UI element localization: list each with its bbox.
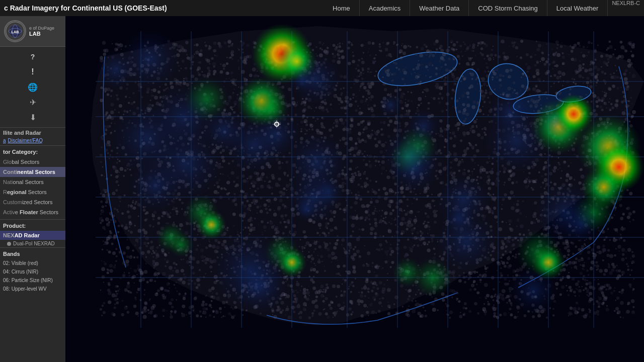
radar-map-canvas[interactable]: [65, 16, 644, 362]
page-title: c Radar Imagery for Continental US (GOES…: [0, 4, 302, 12]
globe-icon-btn[interactable]: 🌐: [26, 80, 40, 94]
nav-academics[interactable]: Academics: [360, 0, 411, 16]
satellite-icon-btn[interactable]: ✈: [26, 95, 40, 109]
band-08[interactable]: 08: Upper-level WV: [0, 285, 65, 293]
lab-label: LAB: [29, 31, 54, 37]
sector-customized[interactable]: Customized Sectors: [0, 197, 65, 207]
sidebar-subtitle: llite and Radar: [0, 128, 65, 137]
page-title-text: c Radar Imagery for Continental US (GOES…: [4, 4, 167, 12]
sector-continental[interactable]: Continental Sectors: [0, 167, 65, 177]
nav-weather-data[interactable]: Weather Data: [410, 0, 469, 16]
band-06[interactable]: 06: Particle Size (NIR): [0, 276, 65, 285]
nexlrb-badge: NEXLRB-C: [608, 0, 644, 16]
dual-pol-label[interactable]: Dual-Pol NEXRAD: [13, 241, 55, 246]
data-link[interactable]: a: [3, 138, 6, 143]
sector-category-header: tor Category:: [0, 146, 65, 157]
sector-national[interactable]: National Sectors: [0, 177, 65, 187]
bands-header: Bands: [0, 247, 65, 259]
band-02[interactable]: 02: Visible (red): [0, 259, 65, 267]
nav-storm-chasing[interactable]: COD Storm Chasing: [469, 0, 547, 16]
sidebar: LAB e of DuPage LAB ? ! 🌐 ✈ ⬇ llite and …: [0, 16, 65, 362]
sector-floater[interactable]: Active Floater Sectors: [0, 207, 65, 217]
band-04[interactable]: 04: Cirrus (NIR): [0, 267, 65, 276]
sector-regional[interactable]: Regional Sectors: [0, 187, 65, 197]
sidebar-icon-toolbar: ? ! 🌐 ✈ ⬇: [0, 47, 65, 128]
alert-icon-btn[interactable]: !: [26, 65, 40, 79]
download-icon-btn[interactable]: ⬇: [26, 110, 40, 124]
college-name-text: e of DuPage: [29, 26, 54, 31]
cod-logo-area: LAB e of DuPage LAB: [0, 16, 65, 47]
nav-local-weather[interactable]: Local Weather: [547, 0, 608, 16]
product-header: Product:: [0, 219, 65, 231]
product-dual-pol[interactable]: Dual-Pol NEXRAD: [0, 240, 65, 247]
sector-global[interactable]: Global Sectors: [0, 157, 65, 167]
disclaimer-link[interactable]: Disclaimer/FAQ: [8, 138, 43, 143]
nav-links: Home Academics Weather Data COD Storm Ch…: [324, 0, 644, 16]
sidebar-links: a Disclaimer/FAQ: [0, 137, 65, 146]
help-icon-btn[interactable]: ?: [26, 50, 40, 64]
cod-logo: LAB: [4, 20, 26, 42]
bullet-icon: [7, 242, 11, 246]
top-navigation: c Radar Imagery for Continental US (GOES…: [0, 0, 644, 16]
nav-home[interactable]: Home: [324, 0, 360, 16]
product-nexrad-radar[interactable]: NEXAD Radar: [0, 231, 65, 240]
svg-text:LAB: LAB: [12, 30, 19, 34]
map-area[interactable]: [65, 16, 644, 362]
